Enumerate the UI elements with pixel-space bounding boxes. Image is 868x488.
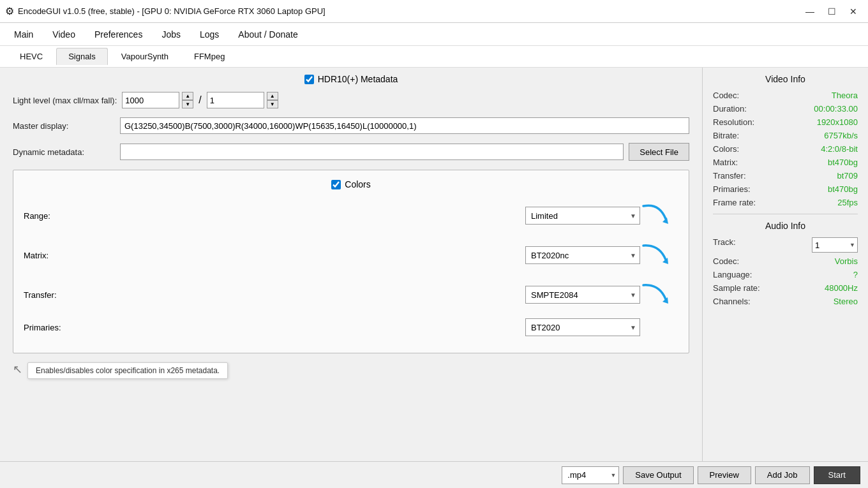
audio-language-key: Language:	[713, 270, 752, 279]
menu-bar: Main Video Preferences Jobs Logs About /…	[0, 23, 868, 46]
colors-section: Colors Range: Limited Full ▼	[13, 170, 689, 353]
info-colors-key: Colors:	[713, 144, 739, 154]
title-bar: ⚙ EncodeGUI v1.0.5 (free, stable) - [GPU…	[0, 0, 868, 23]
info-framerate-row: Frame rate: 25fps	[713, 198, 858, 207]
primaries-select-wrap: BT2020 bt709 bt470bg ▼	[525, 318, 640, 336]
audio-codec-val: Vorbis	[835, 256, 858, 266]
content-panel: HDR10(+) Metadata Light level (max cll/m…	[0, 68, 702, 461]
spin-btns-1: ▲ ▼	[182, 92, 193, 108]
primaries-select[interactable]: BT2020 bt709 bt470bg	[525, 318, 640, 336]
audio-language-row: Language: ?	[713, 270, 858, 279]
range-select-wrap: Limited Full ▼	[525, 207, 640, 225]
spin-btns-2: ▲ ▼	[267, 92, 278, 108]
content-inner: HDR10(+) Metadata Light level (max cll/m…	[13, 74, 689, 379]
light-level-value1-input[interactable]: 1000	[122, 92, 179, 108]
matrix-select[interactable]: BT2020nc bt709 bt470bg	[525, 246, 640, 264]
menu-item-video[interactable]: Video	[43, 26, 84, 43]
master-display-row: Master display: G(13250,34500)B(7500,300…	[13, 117, 689, 134]
colors-checkbox[interactable]	[331, 180, 341, 189]
info-primaries-row: Primaries: bt470bg	[713, 184, 858, 194]
title-bar-text: EncodeGUI v1.0.5 (free, stable) - [GPU 0…	[18, 6, 326, 16]
preview-button[interactable]: Preview	[698, 466, 751, 484]
audio-track-key: Track:	[713, 237, 736, 253]
track-select[interactable]: 1 2	[812, 237, 858, 253]
slash-divider: /	[198, 94, 201, 106]
format-select-wrap: .mp4 .mkv .avi ▼	[562, 466, 619, 484]
cursor-icon: ↖	[13, 362, 22, 376]
save-output-button[interactable]: Save Output	[623, 466, 693, 484]
colors-checkbox-label[interactable]: Colors	[331, 179, 370, 189]
audio-language-val: ?	[853, 270, 858, 279]
info-codec-row: Codec: Theora	[713, 91, 858, 100]
light-level-value2-input[interactable]: 1	[207, 92, 264, 108]
info-matrix-row: Matrix: bt470bg	[713, 158, 858, 167]
tab-vapoursynth[interactable]: VapourSynth	[109, 48, 181, 65]
menu-item-preferences[interactable]: Preferences	[86, 26, 151, 43]
spin-down-1[interactable]: ▼	[182, 100, 193, 108]
range-select[interactable]: Limited Full	[525, 207, 640, 225]
transfer-label: Transfer:	[24, 290, 151, 300]
spin-up-1[interactable]: ▲	[182, 92, 193, 100]
start-button[interactable]: Start	[814, 466, 860, 484]
bottom-bar: .mp4 .mkv .avi ▼ Save Output Preview Add…	[0, 461, 868, 488]
primaries-row: Primaries: BT2020 bt709 bt470bg ▼	[24, 318, 678, 336]
info-transfer-key: Transfer:	[713, 171, 746, 181]
matrix-row: Matrix: BT2020nc bt709 bt470bg ▼	[24, 239, 678, 271]
primaries-label: Primaries:	[24, 323, 151, 332]
info-bitrate-val: 6757kb/s	[824, 131, 858, 140]
info-resolution-val: 1920x1080	[817, 117, 858, 127]
tooltip-text: Enables/disables color specification in …	[27, 362, 228, 379]
audio-samplerate-key: Sample rate:	[713, 283, 760, 293]
arrow-annotation-2	[640, 239, 678, 271]
dynamic-metadata-row: Dynamic metadata: Select File	[13, 143, 689, 161]
info-matrix-val: bt470bg	[828, 158, 858, 167]
audio-codec-row: Codec: Vorbis	[713, 256, 858, 266]
hdr10-checkbox-label[interactable]: HDR10(+) Metadata	[304, 74, 398, 84]
info-duration-val: 00:00:33.00	[814, 104, 858, 114]
add-job-button[interactable]: Add Job	[755, 466, 810, 484]
info-colors-row: Colors: 4:2:0/8-bit	[713, 144, 858, 154]
info-framerate-val: 25fps	[837, 198, 858, 207]
hdr10-label-text: HDR10(+) Metadata	[318, 74, 398, 84]
range-row: Range: Limited Full ▼	[24, 200, 678, 232]
transfer-row: Transfer: SMPTE2084 bt709 bt470bg ▼	[24, 279, 678, 311]
info-codec-val: Theora	[832, 91, 858, 100]
arrow-annotation-3	[640, 279, 678, 311]
menu-item-about-donate[interactable]: About / Donate	[229, 26, 306, 43]
audio-track-row: Track: 1 2 ▼	[713, 237, 858, 253]
tab-ffmpeg[interactable]: FFMpeg	[182, 48, 237, 65]
info-duration-key: Duration:	[713, 104, 747, 114]
close-button[interactable]: ✕	[844, 4, 863, 19]
info-resolution-row: Resolution: 1920x1080	[713, 117, 858, 127]
matrix-label: Matrix:	[24, 251, 151, 260]
tab-hevc[interactable]: HEVC	[8, 48, 55, 65]
transfer-select[interactable]: SMPTE2084 bt709 bt470bg	[525, 286, 640, 304]
info-colors-val: 4:2:0/8-bit	[821, 144, 858, 154]
light-level-spinbox-wrap: 1000 ▲ ▼ / 1 ▲ ▼	[122, 92, 278, 108]
title-bar-left: ⚙ EncodeGUI v1.0.5 (free, stable) - [GPU…	[5, 5, 326, 17]
video-info-title: Video Info	[713, 74, 858, 84]
spin-up-2[interactable]: ▲	[267, 92, 278, 100]
hdr10-checkbox[interactable]	[304, 75, 314, 84]
tab-signals[interactable]: Signals	[56, 48, 108, 65]
menu-item-logs[interactable]: Logs	[191, 26, 228, 43]
format-select[interactable]: .mp4 .mkv .avi	[562, 466, 619, 484]
menu-item-jobs[interactable]: Jobs	[153, 26, 190, 43]
menu-item-main[interactable]: Main	[5, 26, 42, 43]
info-transfer-val: bt709	[837, 171, 858, 181]
minimize-button[interactable]: —	[800, 4, 819, 19]
info-resolution-key: Resolution:	[713, 117, 754, 127]
dynamic-metadata-input[interactable]	[120, 144, 624, 160]
master-display-label: Master display:	[13, 121, 115, 131]
audio-info-title: Audio Info	[713, 221, 858, 231]
light-level-label: Light level (max cll/max fall):	[13, 96, 117, 105]
select-file-button[interactable]: Select File	[629, 143, 689, 161]
track-select-wrap: 1 2 ▼	[812, 237, 858, 253]
maximize-button[interactable]: ☐	[822, 4, 841, 19]
info-codec-key: Codec:	[713, 91, 739, 100]
arrow-annotation-1	[640, 200, 678, 232]
master-display-input[interactable]: G(13250,34500)B(7500,3000)R(34000,16000)…	[120, 117, 689, 134]
info-transfer-row: Transfer: bt709	[713, 171, 858, 181]
spin-down-2[interactable]: ▼	[267, 100, 278, 108]
matrix-select-wrap: BT2020nc bt709 bt470bg ▼	[525, 246, 640, 264]
